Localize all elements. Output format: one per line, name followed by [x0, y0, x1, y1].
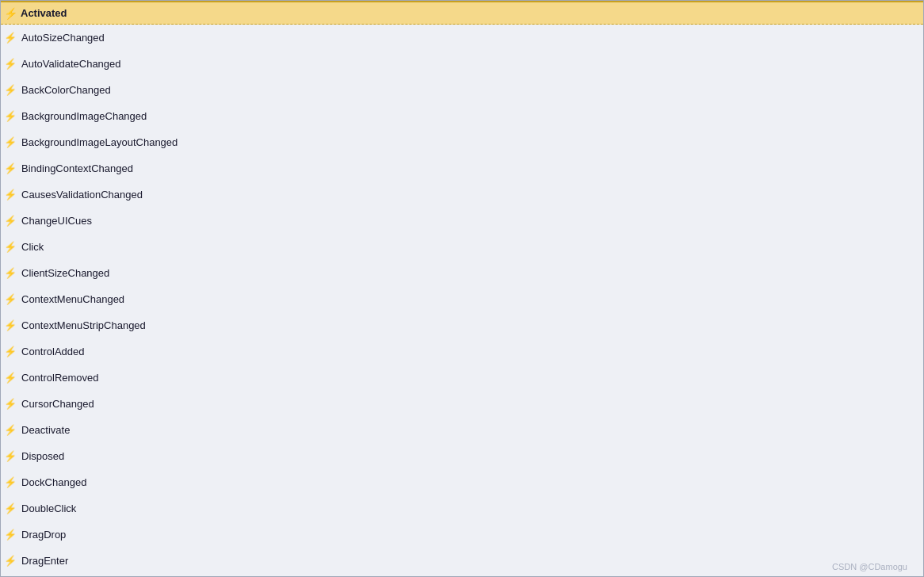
event-lightning-icon: ⚡ — [4, 59, 17, 69]
event-label: ControlAdded — [21, 346, 85, 357]
events-list-container[interactable]: ⚡AutoSizeChanged⚡AutoValidateChanged⚡Bac… — [1, 25, 923, 577]
list-item[interactable]: ⚡ControlRemoved — [1, 365, 923, 391]
event-lightning-icon: ⚡ — [4, 425, 17, 435]
event-lightning-icon: ⚡ — [4, 32, 17, 43]
event-lightning-icon: ⚡ — [4, 163, 17, 174]
event-lightning-icon: ⚡ — [4, 503, 17, 514]
event-lightning-icon: ⚡ — [4, 111, 17, 121]
event-label: DockChanged — [21, 476, 86, 488]
event-lightning-icon: ⚡ — [4, 451, 17, 461]
event-lightning-icon: ⚡ — [4, 294, 17, 304]
list-item[interactable]: ⚡DockChanged — [1, 469, 923, 495]
event-lightning-icon: ⚡ — [4, 373, 17, 383]
list-item[interactable]: ⚡DragDrop — [1, 522, 923, 548]
event-label: AutoValidateChanged — [21, 58, 121, 70]
event-label: ChangeUICues — [21, 215, 92, 227]
list-item[interactable]: ⚡DoubleClick — [1, 495, 923, 522]
list-item[interactable]: ⚡Deactivate — [1, 417, 923, 443]
event-label: BackgroundImageLayoutChanged — [21, 136, 178, 148]
list-item[interactable]: ⚡ChangeUICues — [1, 208, 923, 234]
event-lightning-icon: ⚡ — [4, 477, 17, 487]
event-label: ControlRemoved — [21, 372, 99, 384]
list-item[interactable]: ⚡AutoValidateChanged — [1, 51, 923, 77]
event-label: DragEnter — [21, 555, 68, 567]
list-item[interactable]: ⚡BackColorChanged — [1, 77, 923, 103]
event-label: DragDrop — [21, 529, 66, 541]
event-label: BackColorChanged — [21, 84, 111, 96]
event-label: ContextMenuChanged — [21, 293, 124, 305]
list-item[interactable]: ⚡BindingContextChanged — [1, 155, 923, 182]
event-label: ContextMenuStripChanged — [21, 319, 146, 331]
event-label: CursorChanged — [21, 398, 94, 410]
event-lightning-icon: ⚡ — [4, 189, 17, 200]
list-item[interactable]: ⚡ContextMenuStripChanged — [1, 312, 923, 338]
list-item[interactable]: ⚡ContextMenuChanged — [1, 286, 923, 312]
event-label: Deactivate — [21, 424, 70, 436]
event-lightning-icon: ⚡ — [4, 137, 17, 147]
event-label: BackgroundImageChanged — [21, 110, 147, 122]
event-lightning-icon: ⚡ — [4, 216, 17, 226]
event-lightning-icon: ⚡ — [4, 529, 17, 540]
event-label: Disposed — [21, 450, 64, 462]
list-item[interactable]: ⚡Click — [1, 234, 923, 260]
header-lightning-icon: ⚡ — [4, 7, 17, 20]
event-label: Click — [21, 241, 44, 253]
list-item[interactable]: ⚡Disposed — [1, 443, 923, 469]
header-row: ⚡ Activated — [1, 1, 923, 25]
event-lightning-icon: ⚡ — [4, 399, 17, 409]
event-lightning-icon: ⚡ — [4, 85, 17, 95]
event-lightning-icon: ⚡ — [4, 556, 17, 566]
event-label: AutoSizeChanged — [21, 32, 105, 44]
list-item[interactable]: ⚡DragEnter — [1, 548, 923, 574]
list-item[interactable]: ⚡CursorChanged — [1, 391, 923, 417]
event-label: BindingContextChanged — [21, 162, 133, 174]
event-label: ClientSizeChanged — [21, 267, 109, 279]
event-label: DoubleClick — [21, 502, 76, 514]
event-lightning-icon: ⚡ — [4, 268, 17, 278]
event-lightning-icon: ⚡ — [4, 346, 17, 357]
events-panel: ⚡ Activated ⚡AutoSizeChanged⚡AutoValidat… — [0, 0, 924, 577]
event-lightning-icon: ⚡ — [4, 320, 17, 331]
list-item[interactable]: ⚡ControlAdded — [1, 338, 923, 365]
list-item[interactable]: ⚡BackgroundImageLayoutChanged — [1, 129, 923, 155]
event-lightning-icon: ⚡ — [4, 242, 17, 252]
list-item[interactable]: ⚡BackgroundImageChanged — [1, 103, 923, 129]
list-item[interactable]: ⚡CausesValidationChanged — [1, 182, 923, 208]
list-item[interactable]: ⚡ClientSizeChanged — [1, 260, 923, 286]
event-label: CausesValidationChanged — [21, 189, 143, 201]
list-item[interactable]: ⚡AutoSizeChanged — [1, 25, 923, 51]
header-label: Activated — [21, 7, 67, 19]
